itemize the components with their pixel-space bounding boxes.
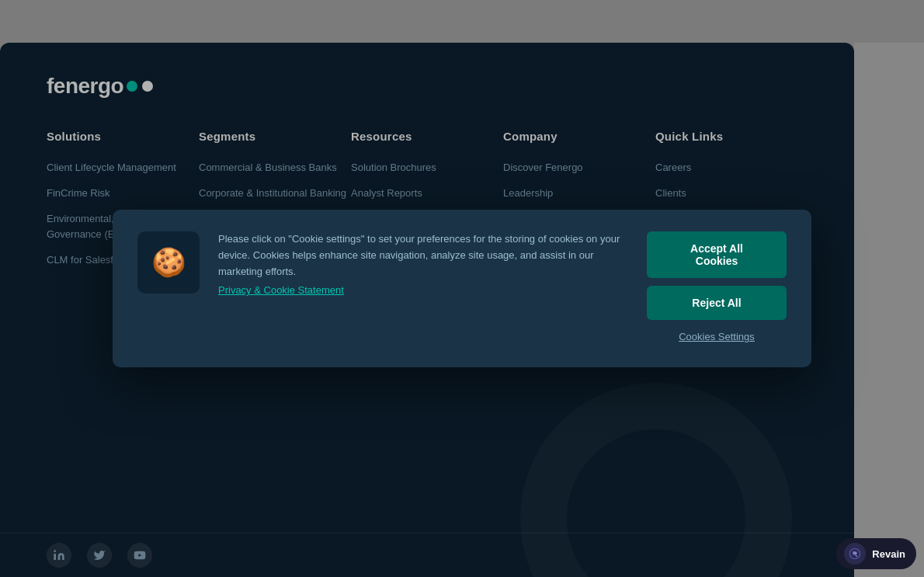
accept-all-cookies-button[interactable]: Accept All Cookies bbox=[647, 231, 787, 278]
cookie-message: Please click on "Cookie settings" to set… bbox=[218, 231, 628, 280]
cookies-settings-button[interactable]: Cookies Settings bbox=[679, 328, 755, 346]
revain-badge[interactable]: Revain bbox=[836, 538, 916, 569]
cookie-privacy-link[interactable]: Privacy & Cookie Statement bbox=[218, 284, 344, 296]
revain-label: Revain bbox=[872, 548, 905, 560]
reject-all-button[interactable]: Reject All bbox=[647, 286, 787, 320]
revain-icon bbox=[844, 543, 866, 565]
cookie-icon: 🍪 bbox=[151, 246, 186, 279]
cookie-buttons: Accept All Cookies Reject All Cookies Se… bbox=[647, 231, 787, 346]
cookie-content: Please click on "Cookie settings" to set… bbox=[218, 231, 628, 297]
cookie-banner: 🍪 Please click on "Cookie settings" to s… bbox=[113, 210, 811, 367]
cookie-overlay: 🍪 Please click on "Cookie settings" to s… bbox=[0, 0, 924, 577]
cookie-icon-wrapper: 🍪 bbox=[137, 231, 200, 294]
